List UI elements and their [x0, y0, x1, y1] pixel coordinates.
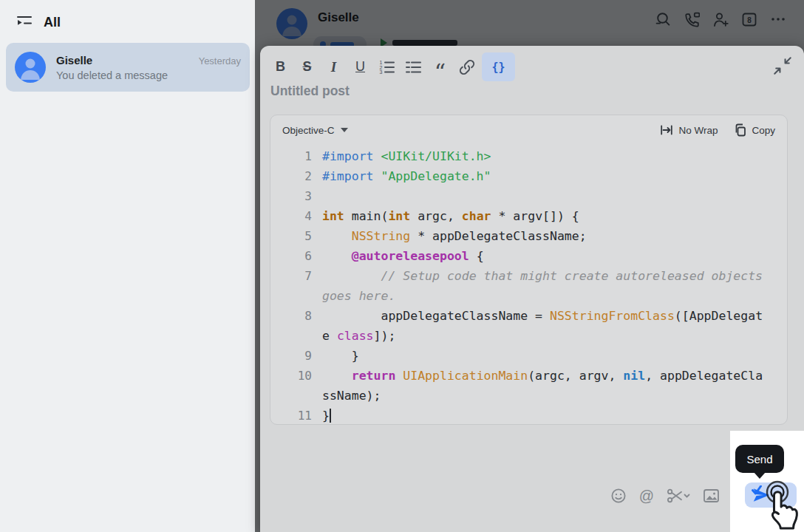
send-tooltip: Send [735, 445, 784, 473]
format-toolbar: B S I U 123 [269, 52, 515, 81]
chat-pane: Giselle [255, 0, 804, 532]
unordered-list-button[interactable] [402, 55, 425, 78]
ordered-list-button[interactable]: 123 [375, 55, 398, 78]
code-line: 4int main(int argc, char * argv[]) { [279, 206, 781, 226]
send-tooltip-label: Send [746, 453, 772, 466]
chat-name: Giselle [56, 54, 92, 66]
underline-button[interactable]: U [349, 55, 372, 78]
sidebar-title: All [44, 15, 61, 30]
link-button[interactable] [455, 55, 478, 78]
code-lines[interactable]: 1#import <UIKit/UIKit.h>2#import "AppDel… [270, 142, 787, 426]
post-title-placeholder[interactable]: Untitled post [270, 83, 350, 99]
post-editor-panel: B S I U 123 [260, 46, 804, 532]
chat-list-item[interactable]: Giselle Yesterday You deleted a message [6, 43, 250, 92]
language-label: Objective-C [282, 125, 335, 136]
code-block-button[interactable]: {} [482, 52, 515, 81]
code-block-header: Objective-C No Wrap [270, 115, 787, 142]
svg-text:3: 3 [380, 69, 383, 75]
code-line: 2#import "AppDelegate.h" [279, 166, 781, 186]
click-hand-cursor-icon [763, 480, 804, 532]
language-select[interactable]: Objective-C [282, 125, 348, 136]
code-line: 3 [279, 186, 781, 206]
code-line: 1#import <UIKit/UIKit.h> [279, 146, 781, 166]
italic-button[interactable]: I [322, 55, 345, 78]
quote-button[interactable]: “ [429, 61, 452, 83]
no-wrap-label: No Wrap [678, 125, 718, 136]
code-line: 11} [279, 406, 781, 426]
attachment-toolbar: @ [610, 488, 720, 504]
avatar [15, 52, 46, 83]
emoji-icon[interactable] [610, 488, 627, 504]
copy-button[interactable]: Copy [734, 123, 775, 137]
code-line: 9 } [279, 346, 781, 366]
image-attach-icon[interactable] [703, 488, 720, 504]
bold-button[interactable]: B [269, 55, 292, 78]
code-line: 5 NSString * appDelegateClassName; [279, 226, 781, 246]
chat-preview: You deleted a message [56, 69, 241, 81]
app-window: All Giselle Yesterday You deleted a mess… [0, 0, 804, 532]
no-wrap-button[interactable]: No Wrap [660, 124, 718, 136]
chevron-down-icon [341, 128, 348, 132]
code-block: Objective-C No Wrap [270, 115, 788, 425]
chat-folders-icon[interactable] [15, 12, 34, 33]
code-line: 10 return UIApplicationMain(argc, argv, … [279, 366, 781, 406]
sidebar-header: All [0, 0, 255, 33]
chat-meta: Giselle Yesterday You deleted a message [56, 54, 241, 81]
code-line: 8 appDelegateClassName = NSStringFromCla… [279, 306, 781, 346]
collapse-editor-icon[interactable] [771, 55, 794, 77]
code-line: 6 @autoreleasepool { [279, 246, 781, 266]
send-secondary-check-icon [752, 485, 762, 495]
snippet-scissors-icon[interactable] [667, 488, 690, 504]
chat-timestamp: Yesterday [199, 55, 241, 66]
sidebar: All Giselle Yesterday You deleted a mess… [0, 0, 255, 532]
strikethrough-button[interactable]: S [296, 55, 318, 78]
mention-icon[interactable]: @ [639, 488, 654, 504]
copy-label: Copy [752, 125, 775, 136]
code-line: 7 // Setup code that might create autore… [279, 266, 781, 306]
